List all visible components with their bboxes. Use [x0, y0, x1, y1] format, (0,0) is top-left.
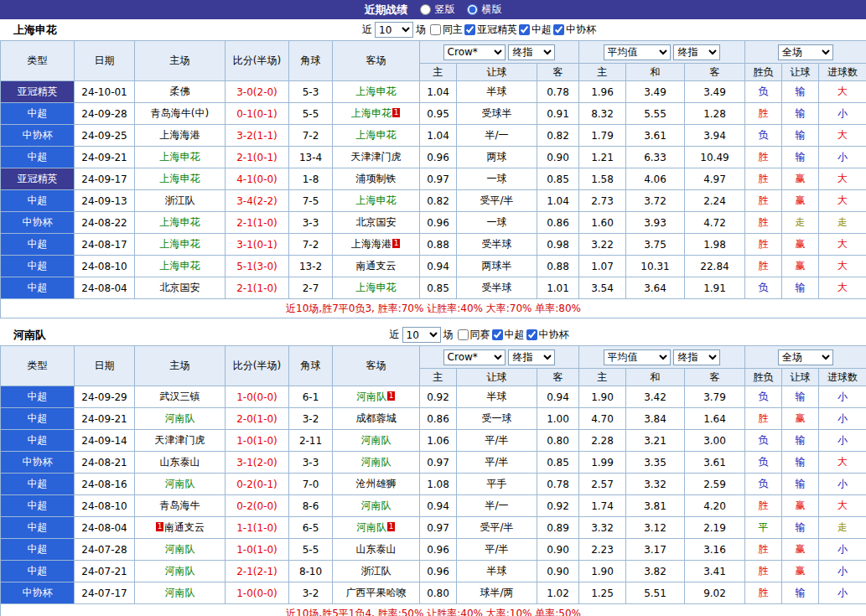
odds-away: 0.90	[537, 147, 579, 168]
team-label: 上海海港	[351, 238, 392, 250]
filter-checkbox[interactable]	[492, 329, 503, 340]
odds-source-select[interactable]: Crow*	[443, 44, 506, 60]
league-type: 中超	[1, 474, 75, 495]
goals-result: 大	[819, 168, 866, 190]
team-label: 河南队	[356, 391, 386, 402]
goals-result: 小	[819, 430, 866, 452]
home-team: 浙江队	[135, 190, 226, 212]
team-label: 武汉三镇	[160, 391, 200, 402]
avg-home: 2.28	[579, 430, 626, 452]
col-date: 日期	[75, 346, 135, 386]
odds-away: 0.90	[537, 539, 579, 561]
odds-final-select[interactable]: 终指	[508, 44, 555, 60]
filter-option[interactable]: 同赛	[456, 328, 490, 342]
handicap-result: 赢	[782, 234, 819, 256]
away-team: 河南队	[333, 495, 420, 517]
result: 平	[745, 517, 782, 539]
home-team: 上海申花	[135, 212, 226, 234]
filter-checkbox[interactable]	[464, 24, 475, 35]
team-label: 沧州雄狮	[356, 478, 397, 489]
avg-draw: 3.32	[626, 474, 685, 495]
filter-option[interactable]: 中协杯	[552, 23, 596, 37]
filter-option[interactable]: 同主	[428, 23, 463, 37]
home-team: 北京国安	[135, 277, 226, 299]
col-handicap-result: 让球	[782, 369, 819, 386]
match-date: 24-08-10	[75, 256, 135, 277]
avg-draw: 4.06	[626, 168, 685, 190]
filter-checkbox[interactable]	[519, 24, 530, 35]
handicap-line: 平/半	[457, 539, 537, 561]
horizontal-radio[interactable]	[467, 4, 478, 15]
scope-select[interactable]: 全场	[778, 349, 833, 365]
handicap-line: 受平/半	[457, 517, 537, 539]
home-team: 柔佛	[135, 81, 226, 103]
average-select[interactable]: 平均值	[604, 44, 671, 60]
average-final-select[interactable]: 终指	[673, 44, 720, 60]
match-count-select[interactable]: 10	[402, 327, 441, 343]
corner-score: 1-8	[289, 168, 333, 190]
filter-checkbox[interactable]	[526, 329, 537, 340]
odds-away: 0.89	[537, 517, 579, 539]
handicap-line: 半球	[457, 386, 537, 408]
match-date: 24-08-22	[75, 212, 135, 234]
away-team: 浙江队	[333, 561, 420, 582]
match-row: 中超24-07-28河南队1-0(1-0)5-5山东泰山0.96平/半0.902…	[1, 539, 866, 561]
match-row: 中超24-09-28青岛海牛(中)0-1(0-1)5-5上海申花10.95受球半…	[1, 103, 866, 125]
odds-away: 1.04	[537, 190, 579, 212]
filter-checkbox[interactable]	[553, 24, 564, 35]
layout-option-horizontal[interactable]: 横版	[465, 3, 502, 17]
match-count-select[interactable]: 10	[375, 22, 413, 38]
avg-away: 3.16	[685, 539, 745, 561]
result: 胜	[745, 168, 782, 190]
away-team: 河南队	[333, 452, 420, 474]
odds-home: 0.96	[420, 561, 457, 582]
goals-result: 大	[819, 125, 866, 147]
team-label: 河南队	[361, 456, 392, 468]
col-corner: 角球	[289, 346, 333, 386]
handicap-result: 输	[782, 147, 819, 168]
col-avg-away: 客	[685, 64, 745, 81]
avg-home: 1.58	[579, 168, 626, 190]
col-date: 日期	[75, 41, 135, 81]
corner-score: 3-2	[289, 408, 333, 430]
match-rows: 中超24-09-29武汉三镇1-0(0-0)6-1河南队10.92半球0.941…	[1, 386, 866, 604]
match-date: 24-08-04	[75, 517, 135, 539]
team-label: 浙江队	[165, 194, 195, 206]
odds-away: 1.00	[537, 408, 579, 430]
match-date: 24-08-17	[75, 234, 135, 256]
average-final-select[interactable]: 终指	[673, 349, 720, 365]
odds-away: 0.92	[537, 495, 579, 517]
result: 胜	[745, 539, 782, 561]
vertical-radio[interactable]	[420, 4, 431, 15]
match-row: 中超24-07-21河南队2-1(2-1)8-10浙江队0.96半球0.901.…	[1, 561, 866, 582]
handicap-line: 受球半	[457, 103, 537, 125]
result: 负	[745, 277, 782, 299]
odds-source-select[interactable]: Crow*	[443, 349, 506, 365]
col-handicap: 让球	[457, 64, 537, 81]
filter-checkbox[interactable]	[458, 329, 469, 340]
games-label: 场	[416, 23, 426, 37]
col-score: 比分(半场)	[226, 346, 289, 386]
score: 0-2(0-1)	[226, 474, 289, 495]
match-row: 亚冠精英24-09-17上海申花4-1(0-0)1-8浦项制铁0.97一球0.8…	[1, 168, 866, 190]
scope-select[interactable]: 全场	[778, 44, 833, 60]
filter-option[interactable]: 中协杯	[525, 328, 569, 342]
odds-final-select[interactable]: 终指	[508, 349, 555, 365]
filter-option[interactable]: 中超	[490, 328, 525, 342]
avg-draw: 3.61	[626, 125, 685, 147]
layout-option-vertical[interactable]: 竖版	[418, 3, 455, 17]
filter-option[interactable]: 亚冠精英	[463, 23, 517, 37]
team-label: 广西平果哈嘹	[346, 587, 407, 598]
filter-option[interactable]: 中超	[517, 23, 552, 37]
filter-checkbox[interactable]	[430, 24, 441, 35]
score: 2-1(1-0)	[226, 277, 289, 299]
result: 负	[745, 125, 782, 147]
avg-home: 1.25	[579, 582, 626, 604]
team-label: 上海申花	[351, 107, 392, 119]
average-select[interactable]: 平均值	[604, 349, 671, 365]
match-date: 24-09-29	[75, 386, 135, 408]
handicap-result: 输	[782, 125, 819, 147]
match-row: 中协杯24-07-17河南队1-0(0-0)3-2广西平果哈嘹0.80球半/两1…	[1, 582, 866, 604]
handicap-result: 赢	[782, 168, 819, 190]
odds-home: 1.06	[420, 430, 457, 452]
